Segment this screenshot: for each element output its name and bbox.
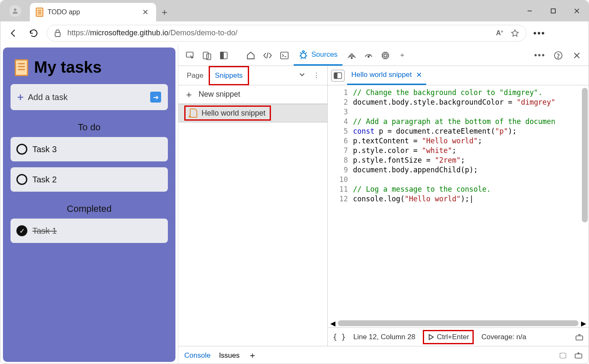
svg-rect-25 bbox=[575, 354, 582, 358]
more-tools-button[interactable]: ••• bbox=[532, 48, 547, 63]
svg-rect-6 bbox=[186, 52, 193, 57]
coverage-status: Coverage: n/a bbox=[481, 333, 526, 341]
svg-rect-7 bbox=[203, 52, 208, 59]
window-titlebar: TODO app ✕ ＋ bbox=[0, 0, 589, 21]
settings-menu-button[interactable]: ••• bbox=[532, 26, 547, 40]
plus-icon: ＋ bbox=[184, 88, 194, 101]
devtools-drawer: Console Issues ＋ bbox=[178, 346, 589, 364]
pretty-print-button[interactable]: { } bbox=[333, 333, 346, 341]
scroll-right-icon[interactable]: ▶ bbox=[581, 319, 586, 327]
sources-tab[interactable]: Sources bbox=[294, 45, 342, 66]
sidebar-tabs: Page Snippets ⋮ bbox=[178, 66, 327, 85]
network-tab[interactable] bbox=[344, 48, 359, 63]
svg-point-0 bbox=[14, 8, 16, 11]
code-content[interactable]: // Change the background color to "dimgr… bbox=[353, 85, 589, 319]
inspect-button[interactable] bbox=[183, 48, 198, 63]
code-editor: Hello world snippet ✕ 123456789101112 //… bbox=[328, 66, 589, 346]
editor-statusbar: { } Line 12, Column 28 Ctrl+Enter Covera… bbox=[328, 327, 589, 346]
play-icon bbox=[427, 334, 434, 340]
drawer-expand-button[interactable] bbox=[574, 352, 583, 359]
svg-rect-2 bbox=[551, 9, 555, 13]
browser-tab[interactable]: TODO app ✕ bbox=[30, 3, 156, 21]
horizontal-scrollbar[interactable] bbox=[338, 320, 578, 326]
editor-file-tab[interactable]: Hello world snippet ✕ bbox=[347, 66, 426, 85]
cursor-position: Line 12, Column 28 bbox=[353, 333, 415, 341]
svg-rect-15 bbox=[383, 53, 388, 58]
add-task-input[interactable]: + Add a task ➔ bbox=[11, 84, 168, 110]
favorite-button[interactable] bbox=[511, 29, 519, 37]
new-snippet-button[interactable]: ＋ New snippet bbox=[178, 85, 327, 104]
bug-icon bbox=[299, 50, 308, 59]
task-item[interactable]: ✓ Task 1 bbox=[11, 219, 168, 243]
vertical-scrollbar[interactable] bbox=[582, 88, 588, 222]
toolbar: https://microsoftedge.github.io/Demos/de… bbox=[0, 21, 589, 45]
lock-icon bbox=[54, 29, 61, 37]
address-bar[interactable]: https://microsoftedge.github.io/Demos/de… bbox=[47, 25, 526, 42]
svg-rect-16 bbox=[384, 54, 387, 57]
window-controls bbox=[518, 0, 589, 21]
tab-title: TODO app bbox=[48, 8, 136, 16]
refresh-button[interactable] bbox=[27, 26, 41, 40]
close-file-button[interactable]: ✕ bbox=[416, 71, 422, 79]
toggle-navigator-button[interactable] bbox=[331, 70, 345, 82]
drawer-console-tab[interactable]: Console bbox=[184, 351, 210, 360]
console-tab[interactable] bbox=[277, 48, 292, 63]
memory-tab[interactable] bbox=[378, 48, 393, 63]
device-toggle-button[interactable] bbox=[199, 48, 215, 63]
new-tab-button[interactable]: ＋ bbox=[156, 3, 173, 21]
content-area: My tasks + Add a task ➔ To do Task 3 Tas… bbox=[0, 45, 589, 364]
profile-button[interactable] bbox=[0, 0, 30, 21]
minimize-button[interactable] bbox=[518, 0, 541, 21]
read-aloud-button[interactable]: A» bbox=[496, 29, 503, 37]
close-devtools-button[interactable] bbox=[569, 48, 584, 63]
welcome-tab[interactable] bbox=[243, 48, 258, 63]
line-gutter: 123456789101112 bbox=[328, 85, 353, 319]
checkbox-checked-icon[interactable]: ✓ bbox=[16, 225, 27, 236]
horizontal-scrollbar-row: ◀ ▶ bbox=[328, 319, 589, 327]
snippets-tab[interactable]: Snippets bbox=[209, 66, 249, 85]
drawer-issues-tab[interactable]: Issues bbox=[219, 351, 239, 360]
code-area[interactable]: 123456789101112 // Change the background… bbox=[328, 85, 589, 319]
close-window-button[interactable] bbox=[565, 0, 589, 21]
page-tab[interactable]: Page bbox=[182, 67, 209, 84]
url-text: https://microsoftedge.github.io/Demos/de… bbox=[67, 29, 237, 37]
performance-tab[interactable] bbox=[361, 48, 376, 63]
more-tabs-button[interactable]: ＋ bbox=[395, 48, 410, 63]
clipboard-icon bbox=[15, 59, 28, 76]
svg-rect-10 bbox=[220, 52, 223, 59]
svg-rect-22 bbox=[334, 73, 337, 79]
profile-icon bbox=[9, 5, 21, 17]
svg-point-12 bbox=[301, 53, 306, 58]
svg-point-14 bbox=[368, 56, 369, 57]
editor-tabs: Hello world snippet ✕ bbox=[328, 66, 589, 85]
task-item[interactable]: Task 2 bbox=[11, 167, 168, 192]
tab-close-button[interactable]: ✕ bbox=[141, 8, 150, 17]
snippet-item[interactable]: Hello world snippet bbox=[178, 104, 327, 122]
submit-task-button[interactable]: ➔ bbox=[150, 92, 161, 103]
kebab-menu-button[interactable]: ⋮ bbox=[313, 71, 320, 79]
section-completed: Completed bbox=[11, 198, 168, 219]
drawer-add-tab-button[interactable]: ＋ bbox=[248, 350, 257, 361]
maximize-button[interactable] bbox=[541, 0, 565, 21]
svg-rect-24 bbox=[560, 353, 566, 358]
dock-button[interactable] bbox=[216, 48, 231, 63]
help-button[interactable] bbox=[551, 48, 566, 63]
devtools-body: Page Snippets ⋮ ＋ New snippet Hello worl… bbox=[178, 66, 589, 346]
devtools-panel: Sources ＋ ••• Page Snippets ⋮ bbox=[178, 45, 589, 364]
app-title: My tasks bbox=[34, 58, 102, 76]
checkbox-unchecked-icon[interactable] bbox=[16, 174, 27, 185]
task-item[interactable]: Task 3 bbox=[11, 137, 168, 161]
sources-sidebar: Page Snippets ⋮ ＋ New snippet Hello worl… bbox=[178, 66, 328, 346]
chevron-down-icon[interactable] bbox=[299, 71, 305, 79]
favicon-icon bbox=[36, 8, 43, 17]
drawer-button-1[interactable] bbox=[559, 352, 568, 359]
back-button[interactable] bbox=[6, 26, 21, 40]
checkbox-unchecked-icon[interactable] bbox=[16, 144, 27, 155]
scroll-left-icon[interactable]: ◀ bbox=[330, 319, 335, 327]
source-map-button[interactable] bbox=[575, 334, 584, 340]
run-snippet-button[interactable]: Ctrl+Enter bbox=[423, 330, 474, 344]
section-todo: To do bbox=[11, 116, 168, 137]
plus-icon: + bbox=[17, 91, 24, 104]
app-header: My tasks bbox=[11, 55, 168, 84]
elements-tab[interactable] bbox=[260, 48, 275, 63]
